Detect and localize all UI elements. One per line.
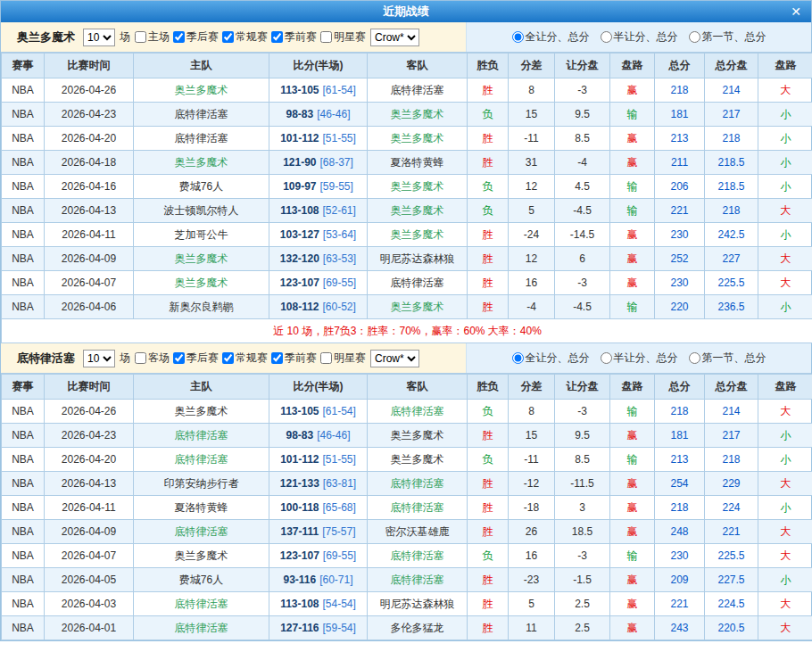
game-row: NBA2026-04-11夏洛特黄蜂100-118[65-68]底特律活塞胜-1… <box>2 496 812 520</box>
checkbox-input[interactable] <box>135 352 146 364</box>
radio-input[interactable] <box>689 352 700 364</box>
point-diff-cell: 26 <box>509 520 555 544</box>
odds-company-select[interactable]: Crow* <box>370 350 419 367</box>
win-loss-cell: 胜 <box>468 592 509 616</box>
total-points-cell: 230 <box>655 544 705 568</box>
away-team-cell: 夏洛特黄蜂 <box>368 151 468 175</box>
filter-checkbox[interactable]: 季前赛 <box>271 351 317 366</box>
filter-radio[interactable]: 第一节、总分 <box>689 29 766 45</box>
date-cell: 2026-04-13 <box>45 199 134 223</box>
over-under-cell: 大 <box>758 592 812 616</box>
filter-checkbox[interactable]: 常规赛 <box>222 29 268 45</box>
home-team-cell: 夏洛特黄蜂 <box>134 496 269 520</box>
radio-input[interactable] <box>512 31 524 43</box>
handicap-line-cell: 8.5 <box>555 448 610 472</box>
column-header: 盘路 <box>610 54 655 78</box>
point-diff-cell: -23 <box>509 568 555 592</box>
filter-checkbox-group: 主场季后赛常规赛季前赛明星赛 <box>135 29 366 45</box>
final-score: 127-116 <box>280 622 319 634</box>
total-points-cell: 218 <box>655 400 705 424</box>
halftime-score: [61-54] <box>323 84 356 96</box>
handicap-line-cell: -4.5 <box>555 295 610 319</box>
total-points-cell: 218 <box>655 78 705 103</box>
date-cell: 2026-04-18 <box>45 151 134 175</box>
league-cell: NBA <box>2 400 45 424</box>
away-team-cell: 底特律活塞 <box>368 568 468 592</box>
league-cell: NBA <box>2 520 45 544</box>
checkbox-input[interactable] <box>173 31 185 43</box>
handicap-result-cell: 赢 <box>610 247 655 271</box>
filter-checkbox[interactable]: 季后赛 <box>173 351 219 366</box>
total-line-cell: 217 <box>705 103 758 127</box>
games-count-select[interactable]: 10 <box>83 29 115 46</box>
handicap-result-cell: 赢 <box>610 127 655 151</box>
home-team-cell: 波士顿凯尔特人 <box>134 199 269 223</box>
checkbox-input[interactable] <box>222 352 234 364</box>
away-team-cell: 奥兰多魔术 <box>368 103 468 127</box>
filter-radio[interactable]: 半让分、总分 <box>601 351 678 366</box>
games-count-select[interactable]: 10 <box>83 350 115 367</box>
handicap-line-cell: -14.5 <box>555 223 610 247</box>
over-under-cell: 小 <box>758 568 812 592</box>
checkbox-input[interactable] <box>222 31 234 43</box>
filter-radio[interactable]: 全让分、总分 <box>512 29 590 45</box>
league-cell: NBA <box>2 448 45 472</box>
total-line-cell: 225.5 <box>705 544 758 568</box>
filter-checkbox[interactable]: 季前赛 <box>271 29 317 45</box>
checkbox-input[interactable] <box>320 352 332 364</box>
checkbox-input[interactable] <box>173 352 185 364</box>
date-cell: 2026-04-11 <box>45 496 134 520</box>
odds-company-select[interactable]: Crow* <box>370 29 419 46</box>
filter-checkbox[interactable]: 主场 <box>135 29 170 45</box>
handicap-line-cell: 2.5 <box>555 616 610 640</box>
halftime-score: [65-68] <box>323 501 356 514</box>
checkbox-input[interactable] <box>135 31 146 43</box>
filter-checkbox[interactable]: 明星赛 <box>320 29 366 45</box>
radio-label: 全让分、总分 <box>526 29 590 45</box>
handicap-result-cell: 赢 <box>610 496 655 520</box>
game-row: NBA2026-04-20底特律活塞101-112[51-55]奥兰多魔术负-1… <box>2 448 812 472</box>
handicap-result-cell: 输 <box>610 103 655 127</box>
filter-radio[interactable]: 第一节、总分 <box>689 351 766 366</box>
halftime-score: [68-37] <box>320 156 353 169</box>
summary-text: 近 10 场，胜7负3：胜率：70%，赢率：60% 大率：40% <box>2 319 812 343</box>
final-score: 109-97 <box>283 180 316 193</box>
filter-checkbox[interactable]: 季后赛 <box>173 29 219 45</box>
checkbox-label: 主场 <box>148 29 170 45</box>
checkbox-label: 季前赛 <box>285 351 317 366</box>
filter-radio[interactable]: 半让分、总分 <box>601 29 678 45</box>
score-cell: 137-111[75-57] <box>269 520 368 544</box>
handicap-result-cell: 赢 <box>610 151 655 175</box>
radio-input[interactable] <box>689 31 700 43</box>
over-under-cell: 大 <box>758 78 812 103</box>
filter-checkbox[interactable]: 常规赛 <box>222 351 268 366</box>
date-cell: 2026-04-05 <box>45 568 134 592</box>
checkbox-input[interactable] <box>271 31 283 43</box>
close-icon[interactable]: ✕ <box>788 4 804 20</box>
league-cell: NBA <box>2 424 45 448</box>
over-under-cell: 小 <box>758 295 812 319</box>
total-line-cell: 221 <box>705 520 758 544</box>
home-team-cell: 奥兰多魔术 <box>134 544 269 568</box>
checkbox-input[interactable] <box>320 31 332 43</box>
win-loss-cell: 胜 <box>468 616 509 640</box>
filter-checkbox[interactable]: 客场 <box>135 351 170 366</box>
point-diff-cell: 15 <box>509 103 555 127</box>
league-cell: NBA <box>2 295 45 319</box>
radio-input[interactable] <box>601 31 612 43</box>
halftime-score: [61-54] <box>323 405 356 417</box>
date-cell: 2026-04-20 <box>45 448 134 472</box>
radio-input[interactable] <box>512 352 524 364</box>
radio-input[interactable] <box>601 352 612 364</box>
score-cell: 121-133[63-81] <box>269 472 368 496</box>
handicap-result-cell: 输 <box>610 175 655 199</box>
filter-checkbox[interactable]: 明星赛 <box>320 351 366 366</box>
home-team-cell: 底特律活塞 <box>134 520 269 544</box>
win-loss-cell: 胜 <box>468 520 509 544</box>
final-score: 100-118 <box>280 501 319 514</box>
column-header: 总分 <box>655 375 705 400</box>
handicap-result-cell: 输 <box>610 448 655 472</box>
game-row: NBA2026-04-09奥兰多魔术132-120[63-53]明尼苏达森林狼胜… <box>2 247 812 271</box>
checkbox-input[interactable] <box>271 352 283 364</box>
filter-radio[interactable]: 全让分、总分 <box>512 351 590 366</box>
